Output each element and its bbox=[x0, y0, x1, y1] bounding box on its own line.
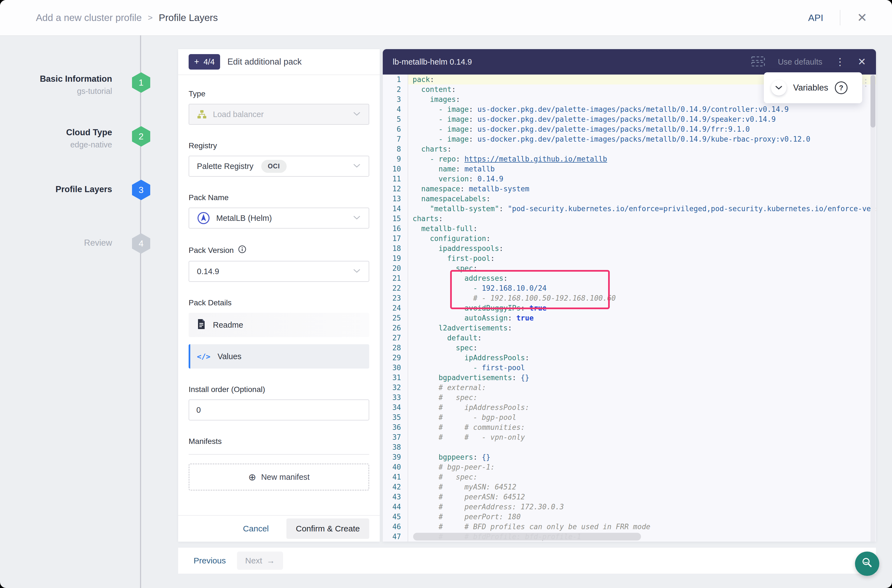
code-line[interactable]: 38 bbox=[383, 442, 876, 452]
code-line[interactable]: 40 # bgp-peer-1: bbox=[383, 462, 876, 472]
chevron-down-icon[interactable] bbox=[771, 80, 787, 96]
manifests-label: Manifests bbox=[189, 437, 369, 446]
code-line[interactable]: 17 configuration: bbox=[383, 234, 876, 243]
code-line[interactable]: 22 - 192.168.10.0/24 bbox=[383, 283, 876, 293]
code-line[interactable]: 12 namespace: metallb-system bbox=[383, 184, 876, 194]
confirm-create-button[interactable]: Confirm & Create bbox=[286, 518, 369, 539]
code-line[interactable]: 20 spec: bbox=[383, 263, 876, 273]
step-badge-2[interactable]: 2 bbox=[132, 126, 150, 147]
close-icon[interactable]: ✕ bbox=[857, 12, 867, 24]
code-line[interactable]: 9 - repo: https://metallb.github.io/meta… bbox=[383, 154, 876, 164]
code-line[interactable]: 37 # # - vpn-only bbox=[383, 432, 876, 442]
code-line[interactable]: 24 avoidBuggyIPs: true bbox=[383, 303, 876, 313]
line-number: 23 bbox=[383, 293, 408, 303]
code-line[interactable]: 21 addresses: bbox=[383, 273, 876, 283]
code-line[interactable]: 4 - image: us-docker.pkg.dev/palette-ima… bbox=[383, 104, 876, 114]
code-line[interactable]: 43 # peerASN: 64512 bbox=[383, 492, 876, 502]
step-badge-1[interactable]: 1 bbox=[132, 72, 150, 93]
step-review[interactable]: Review bbox=[84, 238, 112, 248]
chevron-down-icon bbox=[353, 215, 361, 221]
code-line[interactable]: 29 ipAddressPools: bbox=[383, 353, 876, 363]
kebab-menu-icon[interactable]: ⋮ bbox=[835, 59, 845, 65]
editor-header: lb-metallb-helm 0.14.9 Use defaults ⋮ ✕ bbox=[383, 49, 876, 75]
code-line[interactable]: 27 default: bbox=[383, 333, 876, 343]
install-order-value: 0 bbox=[196, 405, 201, 415]
code-line[interactable]: 15charts: bbox=[383, 214, 876, 224]
editor-close-icon[interactable]: ✕ bbox=[858, 57, 866, 67]
code-line[interactable]: 35 # - bgp-pool bbox=[383, 412, 876, 422]
chevron-down-icon bbox=[353, 111, 361, 117]
code-line[interactable]: 23 # - 192.168.100.50-192.168.100.60 bbox=[383, 293, 876, 303]
code-line[interactable]: 30 - first-pool bbox=[383, 363, 876, 373]
code-line[interactable]: 5 - image: us-docker.pkg.dev/palette-ima… bbox=[383, 114, 876, 124]
line-number: 3 bbox=[383, 94, 408, 104]
code-line[interactable]: 18 ipaddresspools: bbox=[383, 243, 876, 254]
step-badge-4[interactable]: 4 bbox=[132, 233, 150, 254]
next-button[interactable]: Next → bbox=[237, 552, 283, 570]
code-line[interactable]: 39 bgppeers: {} bbox=[383, 452, 876, 462]
code-line[interactable]: 11 version: 0.14.9 bbox=[383, 174, 876, 184]
type-select: Load balancer bbox=[189, 104, 369, 125]
variables-panel[interactable]: Variables ? bbox=[764, 72, 862, 103]
code-line[interactable]: 34 # ipAddressPools: bbox=[383, 402, 876, 412]
code-line[interactable]: 6 - image: us-docker.pkg.dev/palette-ima… bbox=[383, 124, 876, 134]
breadcrumb-parent[interactable]: Add a new cluster profile bbox=[36, 12, 142, 23]
code-line[interactable]: 42 # myASN: 64512 bbox=[383, 482, 876, 492]
code-line[interactable]: 16 metallb-full: bbox=[383, 224, 876, 234]
readme-tab[interactable]: Readme bbox=[189, 313, 369, 337]
yaml-code-area[interactable]: 1pack:2 content:3 images:4 - image: us-d… bbox=[383, 75, 876, 542]
code-line[interactable]: 32 # external: bbox=[383, 382, 876, 393]
diff-compare-icon[interactable] bbox=[751, 56, 765, 68]
code-line[interactable]: 25 autoAssign: true bbox=[383, 313, 876, 323]
previous-button[interactable]: Previous bbox=[194, 556, 226, 566]
code-line[interactable]: 45 # peerPort: 180 bbox=[383, 512, 876, 522]
code-line[interactable]: 28 spec: bbox=[383, 343, 876, 353]
variables-kebab-icon[interactable]: ⋮ bbox=[861, 80, 871, 86]
code-line[interactable]: 33 # spec: bbox=[383, 393, 876, 402]
code-line[interactable]: 36 # # communities: bbox=[383, 422, 876, 432]
code-line[interactable]: 41 # spec: bbox=[383, 472, 876, 482]
step-profile-layers[interactable]: Profile Layers bbox=[56, 184, 112, 194]
code-line[interactable]: 14 "metallb-system": "pod-security.kuber… bbox=[383, 204, 876, 214]
step-sublabel: edge-native bbox=[66, 140, 112, 149]
help-icon[interactable]: ? bbox=[835, 81, 847, 94]
code-line[interactable]: 8 charts: bbox=[383, 144, 876, 154]
search-fab-button[interactable] bbox=[855, 552, 879, 576]
code-line[interactable]: 31 bgpadvertisements: {} bbox=[383, 373, 876, 382]
info-icon[interactable] bbox=[238, 245, 246, 255]
new-manifest-button[interactable]: ⊕ New manifest bbox=[189, 464, 369, 490]
install-order-input[interactable]: 0 bbox=[189, 399, 369, 420]
line-number: 40 bbox=[383, 462, 408, 472]
step-cloud-type[interactable]: Cloud Type edge-native bbox=[66, 128, 112, 149]
values-tab[interactable]: </> Values bbox=[189, 344, 369, 369]
pack-name-select[interactable]: MetalLB (Helm) bbox=[189, 208, 369, 229]
vertical-scrollbar-thumb[interactable] bbox=[871, 75, 875, 128]
line-number: 14 bbox=[383, 204, 408, 214]
code-line[interactable]: 7 - image: us-docker.pkg.dev/palette-ima… bbox=[383, 134, 876, 144]
pack-version-select[interactable]: 0.14.9 bbox=[189, 261, 369, 282]
code-line[interactable]: 46 # # BFD profiles can only be used in … bbox=[383, 522, 876, 532]
registry-select[interactable]: Palette Registry OCI bbox=[189, 156, 369, 177]
cancel-button[interactable]: Cancel bbox=[243, 524, 269, 533]
step-label: Cloud Type bbox=[66, 128, 112, 138]
form-footer: Cancel Confirm & Create bbox=[178, 515, 380, 542]
code-line[interactable]: 44 # peerAddress: 172.30.0.3 bbox=[383, 502, 876, 512]
step-basic-information[interactable]: Basic Information gs-tutorial bbox=[40, 74, 112, 96]
api-link[interactable]: API bbox=[808, 12, 823, 23]
line-number: 33 bbox=[383, 393, 408, 402]
code-line[interactable]: 19 first-pool: bbox=[383, 254, 876, 263]
code-line[interactable]: 26 l2advertisements: bbox=[383, 323, 876, 333]
load-balancer-icon bbox=[197, 110, 207, 119]
plus-icon: + bbox=[194, 57, 199, 67]
code-line[interactable]: 10 name: metallb bbox=[383, 164, 876, 174]
step-badge-3[interactable]: 3 bbox=[132, 180, 150, 200]
chevron-down-icon bbox=[353, 268, 361, 274]
line-number: 28 bbox=[383, 343, 408, 353]
use-defaults-button[interactable]: Use defaults bbox=[778, 57, 822, 66]
readme-tab-label: Readme bbox=[213, 321, 243, 330]
new-manifest-label: New manifest bbox=[261, 472, 309, 482]
line-number: 9 bbox=[383, 154, 408, 164]
horizontal-scrollbar-thumb[interactable] bbox=[413, 533, 641, 540]
code-line[interactable]: 13 namespaceLabels: bbox=[383, 194, 876, 204]
vertical-scrollbar-track[interactable] bbox=[871, 75, 875, 542]
